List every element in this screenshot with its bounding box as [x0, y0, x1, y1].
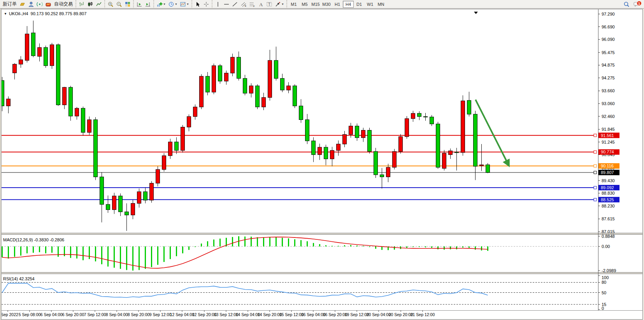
candle[interactable] — [393, 151, 397, 167]
periods-icon[interactable]: ▼ — [167, 0, 179, 8]
level-line-anchor[interactable] — [594, 134, 597, 137]
candle[interactable] — [449, 151, 453, 155]
candle[interactable] — [436, 124, 440, 167]
candle[interactable] — [486, 165, 490, 172]
search-icon[interactable] — [622, 0, 631, 8]
candle[interactable] — [193, 107, 197, 116]
candle[interactable] — [225, 73, 228, 81]
indicators-icon[interactable]: ▼ — [155, 0, 167, 8]
candle[interactable] — [399, 137, 403, 151]
candle[interactable] — [312, 141, 316, 155]
candle[interactable] — [305, 120, 309, 141]
horizontal-line-icon[interactable] — [222, 0, 231, 8]
auto-trading-label[interactable]: 自动交易 — [53, 0, 74, 8]
candle[interactable] — [467, 100, 471, 114]
candle[interactable] — [168, 142, 172, 156]
candle[interactable] — [249, 86, 253, 93]
candle[interactable] — [368, 130, 372, 151]
candle[interactable] — [7, 99, 11, 106]
zoom-out-icon[interactable] — [115, 0, 123, 8]
fibonacci-icon[interactable]: F — [248, 0, 256, 8]
candle[interactable] — [418, 113, 421, 116]
dropdown-caret-icon[interactable]: ▼ — [175, 3, 177, 5]
candle[interactable] — [442, 153, 446, 168]
candle[interactable] — [150, 183, 154, 200]
text-label-icon[interactable]: T — [265, 0, 274, 8]
candle[interactable] — [474, 114, 477, 166]
candle[interactable] — [125, 212, 129, 215]
notifications-icon[interactable]: 1 — [631, 0, 642, 8]
candle[interactable] — [386, 167, 390, 177]
level-line-anchor[interactable] — [594, 186, 597, 189]
candle[interactable] — [268, 60, 272, 97]
bar-chart-icon[interactable] — [77, 0, 86, 8]
candle[interactable] — [461, 101, 465, 153]
vertical-line-icon[interactable] — [214, 0, 222, 8]
candle[interactable] — [262, 97, 266, 107]
gold-bar-icon[interactable] — [18, 0, 27, 8]
timeframe-button-m30[interactable]: M30 — [321, 1, 332, 8]
level-line-anchor[interactable] — [594, 151, 597, 153]
candle[interactable] — [287, 86, 291, 90]
tile-windows-icon[interactable] — [123, 0, 132, 8]
candle[interactable] — [56, 45, 60, 105]
candle[interactable] — [324, 147, 328, 159]
line-chart-icon[interactable] — [95, 0, 103, 8]
candle[interactable] — [175, 142, 179, 151]
candle[interactable] — [424, 116, 428, 117]
timeframe-button-m15[interactable]: M15 — [310, 1, 321, 8]
candle[interactable] — [281, 78, 284, 90]
candle[interactable] — [88, 120, 91, 132]
candle[interactable] — [100, 177, 104, 204]
candle[interactable] — [405, 119, 409, 137]
candle[interactable] — [32, 33, 35, 56]
candle[interactable] — [81, 108, 85, 132]
chart-shift-icon[interactable] — [144, 0, 152, 8]
auto-scroll-icon[interactable] — [135, 0, 144, 8]
timeframe-button-d1[interactable]: D1 — [354, 1, 365, 8]
crosshair-icon[interactable] — [202, 0, 211, 8]
timeframe-button-m1[interactable]: M1 — [288, 1, 299, 8]
candle[interactable] — [44, 47, 48, 66]
candle[interactable] — [137, 192, 141, 203]
candle[interactable] — [19, 60, 23, 64]
timeframe-button-w1[interactable]: W1 — [365, 1, 376, 8]
candle[interactable] — [75, 108, 79, 116]
candle[interactable] — [156, 169, 160, 183]
timeframe-button-mn[interactable]: MN — [376, 1, 386, 8]
candle[interactable] — [200, 76, 204, 107]
candle[interactable] — [330, 150, 334, 159]
candle[interactable] — [13, 64, 17, 73]
candle[interactable] — [63, 87, 67, 105]
chart-canvas[interactable]: 97.29096.69096.09095.47594.87594.27593.6… — [0, 9, 644, 320]
candle[interactable] — [119, 196, 123, 212]
candle[interactable] — [38, 47, 42, 56]
cursor-icon[interactable] — [193, 0, 202, 8]
candle[interactable] — [218, 66, 222, 81]
timeframe-button-m5[interactable]: M5 — [299, 1, 310, 8]
trendline-icon[interactable] — [231, 0, 239, 8]
candle[interactable] — [206, 76, 210, 92]
profile-icon[interactable] — [27, 0, 35, 8]
candle[interactable] — [181, 127, 185, 150]
candle[interactable] — [293, 86, 297, 106]
dropdown-caret-icon[interactable]: ▼ — [186, 3, 189, 5]
candle[interactable] — [355, 126, 359, 138]
dropdown-caret-icon[interactable]: ▼ — [281, 3, 284, 5]
candle[interactable] — [131, 203, 135, 215]
candle[interactable] — [380, 175, 384, 177]
candle[interactable] — [237, 57, 241, 78]
candle[interactable] — [480, 165, 484, 166]
signals-icon[interactable] — [35, 0, 44, 8]
candle[interactable] — [144, 192, 147, 200]
candle[interactable] — [318, 147, 322, 155]
auto-trading-icon[interactable] — [44, 0, 53, 8]
candle[interactable] — [212, 66, 216, 92]
candle[interactable] — [187, 116, 191, 127]
candle[interactable] — [361, 130, 365, 138]
timeframe-button-h4[interactable]: H4 — [343, 1, 354, 8]
text-icon[interactable]: A — [256, 0, 265, 8]
candle[interactable] — [411, 113, 415, 119]
candle[interactable] — [349, 126, 353, 135]
candle[interactable] — [243, 78, 247, 93]
